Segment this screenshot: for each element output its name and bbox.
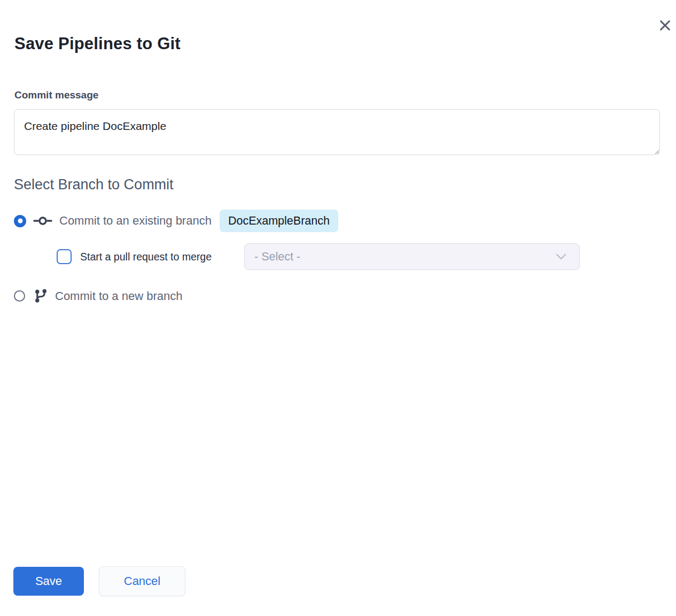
save-button[interactable]: Save [13, 567, 84, 596]
chevron-down-icon [556, 253, 566, 260]
merge-branch-select-value: - Select - [254, 250, 556, 264]
pull-request-checkbox[interactable] [57, 249, 72, 264]
commit-message-label: Commit message [14, 89, 98, 101]
pull-request-check-group: Start a pull request to merge [57, 243, 212, 270]
git-branch-icon [34, 288, 48, 304]
close-icon [658, 18, 672, 33]
commit-message-input[interactable]: Create pipeline DocExample [14, 109, 660, 155]
existing-branch-label[interactable]: Commit to an existing branch [59, 214, 212, 228]
git-commit-icon [33, 214, 52, 228]
new-branch-radio[interactable] [14, 290, 25, 302]
merge-branch-select[interactable]: - Select - [244, 243, 580, 270]
new-branch-row: Commit to a new branch [14, 287, 182, 305]
select-branch-heading: Select Branch to Commit [14, 176, 174, 193]
page-title: Save Pipelines to Git [14, 34, 181, 53]
existing-branch-radio[interactable] [14, 215, 26, 227]
save-pipelines-modal: Save Pipelines to Git Commit message Cre… [0, 0, 676, 616]
branch-badge[interactable]: DocExampleBranch [220, 210, 338, 232]
pull-request-row: Start a pull request to merge - Select - [0, 243, 676, 270]
cancel-button[interactable]: Cancel [99, 566, 185, 596]
close-button[interactable] [656, 16, 674, 34]
pull-request-label[interactable]: Start a pull request to merge [80, 251, 212, 263]
existing-branch-row: Commit to an existing branch DocExampleB… [14, 210, 338, 232]
new-branch-label[interactable]: Commit to a new branch [55, 289, 182, 303]
